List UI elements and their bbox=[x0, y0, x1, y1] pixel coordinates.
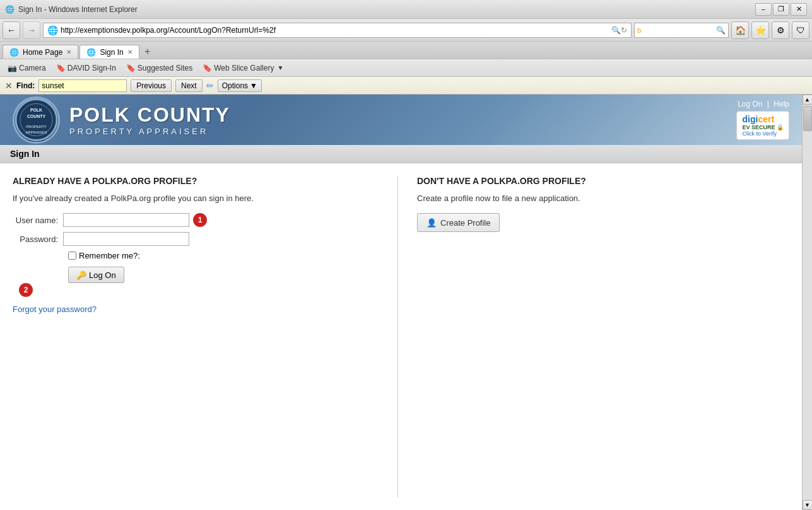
find-close-button[interactable]: ✕ bbox=[5, 81, 13, 91]
back-button[interactable]: ← bbox=[3, 21, 20, 39]
bookmark-david-label: DAVID Sign-In bbox=[68, 64, 116, 72]
username-input[interactable] bbox=[63, 213, 189, 227]
header-links: Log On | Help bbox=[738, 100, 789, 108]
bookmark-camera-label: Camera bbox=[19, 64, 46, 72]
tabs-bar: 🌐 Home Page ✕ 🌐 Sign In ✕ + bbox=[0, 42, 812, 59]
remember-checkbox[interactable] bbox=[68, 252, 76, 260]
create-profile-icon: 👤 bbox=[427, 218, 437, 228]
step-1-indicator: 1 bbox=[193, 213, 207, 227]
header-right: Log On | Help digicert EV SECURE 🔒 Click… bbox=[736, 100, 789, 140]
page-header: POLK COUNTY PROPERTY APPRAISER POLK COUN… bbox=[0, 95, 802, 145]
search-go-icon[interactable]: 🔍 bbox=[716, 26, 726, 35]
right-panel-desc: Create a profile now to file a new appli… bbox=[417, 194, 789, 203]
bookmark-david[interactable]: 🔖 DAVID Sign-In bbox=[54, 62, 119, 74]
svg-text:APPRAISER: APPRAISER bbox=[26, 130, 47, 134]
tab-signin-icon: 🌐 bbox=[86, 48, 96, 57]
minimize-button[interactable]: − bbox=[755, 3, 772, 16]
username-row: User name: 1 bbox=[13, 213, 385, 227]
remember-row: Remember me?: bbox=[68, 251, 385, 260]
tab-signin-label: Sign In bbox=[100, 48, 123, 57]
ie-icon: 🌐 bbox=[5, 5, 15, 14]
logon-row: 🔑 Log On 2 bbox=[13, 267, 385, 297]
digicert-text: digicert bbox=[742, 114, 774, 124]
tab-signin-close[interactable]: ✕ bbox=[127, 49, 132, 55]
nav-bar: ← → 🌐 http://exemptionsdev.polkpa.org/Ac… bbox=[0, 19, 812, 42]
digicert-logo: digicert EV SECURE 🔒 Click to Verify bbox=[742, 114, 784, 137]
right-panel: DON'T HAVE A POLKPA.ORG PROFILE? Create … bbox=[398, 176, 789, 497]
tab-homepage-icon: 🌐 bbox=[9, 48, 19, 57]
webslice-dropdown-icon[interactable]: ▼ bbox=[277, 64, 283, 71]
search-box[interactable]: b 🔍 bbox=[634, 23, 729, 38]
address-text: http://exemptionsdev.polkpa.org/Account/… bbox=[61, 26, 611, 35]
find-previous-button[interactable]: Previous bbox=[131, 79, 172, 92]
username-label: User name: bbox=[13, 216, 63, 225]
scroll-thumb[interactable] bbox=[803, 106, 812, 131]
create-profile-button[interactable]: 👤 Create Profile bbox=[417, 213, 500, 232]
header-title: POLK COUNTY PROPERTY APPRAISER bbox=[69, 103, 230, 136]
bookmark-webslice[interactable]: 🔖 Web Slice Gallery ▼ bbox=[200, 62, 286, 74]
search-icon: 🔍 bbox=[611, 26, 621, 35]
bookmarks-bar: 📷 Camera 🔖 DAVID Sign-In 🔖 Suggested Sit… bbox=[0, 59, 812, 77]
scroll-up-button[interactable]: ▲ bbox=[803, 95, 813, 105]
find-input[interactable] bbox=[38, 79, 127, 92]
suggested-icon: 🔖 bbox=[126, 64, 136, 72]
header-subtitle: PROPERTY APPRAISER bbox=[69, 127, 230, 136]
title-bar-left: 🌐 Sign In - Windows Internet Explorer bbox=[5, 5, 138, 14]
logon-button[interactable]: 🔑 Log On bbox=[68, 267, 124, 283]
svg-point-0 bbox=[16, 99, 57, 140]
camera-icon: 📷 bbox=[8, 64, 17, 72]
webslice-icon: 🔖 bbox=[203, 64, 212, 72]
logon-key-icon: 🔑 bbox=[76, 270, 86, 280]
bookmark-webslice-label: Web Slice Gallery bbox=[214, 64, 274, 72]
bookmark-camera[interactable]: 📷 Camera bbox=[5, 62, 49, 74]
ev-secure-text: EV SECURE 🔒 bbox=[742, 124, 784, 130]
new-tab-button[interactable]: + bbox=[141, 45, 155, 59]
find-bar: ✕ Find: Previous Next ✏ Options ▼ bbox=[0, 77, 812, 95]
tab-homepage-close[interactable]: ✕ bbox=[66, 49, 71, 55]
tab-homepage[interactable]: 🌐 Home Page ✕ bbox=[3, 45, 78, 59]
find-label: Find: bbox=[16, 81, 35, 90]
window-title: Sign In - Windows Internet Explorer bbox=[18, 5, 138, 14]
find-options-button[interactable]: Options ▼ bbox=[218, 79, 262, 92]
tab-homepage-label: Home Page bbox=[23, 48, 62, 57]
safety-button[interactable]: 🛡 bbox=[792, 21, 809, 39]
tab-signin[interactable]: 🌐 Sign In ✕ bbox=[79, 45, 139, 59]
scroll-down-button[interactable]: ▼ bbox=[803, 500, 813, 510]
close-button[interactable]: ✕ bbox=[791, 3, 807, 16]
title-bar-controls: − ❐ ✕ bbox=[755, 3, 807, 16]
refresh-icon[interactable]: ↻ bbox=[621, 26, 627, 35]
right-panel-title: DON'T HAVE A POLKPA.ORG PROFILE? bbox=[417, 176, 789, 186]
help-link[interactable]: Help bbox=[774, 100, 789, 108]
forgot-password-link[interactable]: Forgot your password? bbox=[13, 304, 97, 314]
create-profile-label: Create Profile bbox=[440, 218, 490, 228]
find-next-button[interactable]: Next bbox=[175, 79, 203, 92]
password-row: Password: bbox=[13, 232, 385, 246]
address-bar[interactable]: 🌐 http://exemptionsdev.polkpa.org/Accoun… bbox=[43, 23, 632, 38]
scrollbar[interactable]: ▲ ▼ bbox=[802, 95, 812, 510]
digicert-badge[interactable]: digicert EV SECURE 🔒 Click to Verify bbox=[736, 111, 789, 140]
main-content: POLK COUNTY PROPERTY APPRAISER POLK COUN… bbox=[0, 95, 802, 510]
logon-button-label: Log On bbox=[89, 270, 116, 280]
svg-text:PROPERTY: PROPERTY bbox=[26, 125, 46, 129]
signin-section-bar: Sign In bbox=[0, 145, 802, 163]
left-panel-desc: If you've already created a PolkPa.org p… bbox=[13, 194, 385, 203]
browser-container: POLK COUNTY PROPERTY APPRAISER POLK COUN… bbox=[0, 95, 812, 510]
title-bar: 🌐 Sign In - Windows Internet Explorer − … bbox=[0, 0, 812, 19]
signin-bar-label: Sign In bbox=[10, 149, 40, 159]
password-input[interactable] bbox=[63, 232, 189, 246]
logon-link[interactable]: Log On bbox=[738, 100, 762, 108]
home-button[interactable]: 🏠 bbox=[731, 21, 749, 39]
favorites-button[interactable]: ⭐ bbox=[751, 21, 769, 39]
bing-icon: b bbox=[637, 26, 641, 34]
step-2-indicator: 2 bbox=[19, 283, 33, 297]
bookmark-suggested-label: Suggested Sites bbox=[138, 64, 192, 72]
forward-button[interactable]: → bbox=[23, 21, 40, 39]
tools-button[interactable]: ⚙ bbox=[772, 21, 789, 39]
david-icon: 🔖 bbox=[56, 64, 66, 72]
header-logo: POLK COUNTY PROPERTY APPRAISER bbox=[13, 96, 60, 144]
password-label: Password: bbox=[13, 235, 63, 244]
page-body: ALREADY HAVE A POLKPA.ORG PROFILE? If yo… bbox=[0, 163, 802, 510]
bookmark-suggested[interactable]: 🔖 Suggested Sites bbox=[124, 62, 195, 74]
remember-label: Remember me?: bbox=[79, 251, 140, 260]
restore-button[interactable]: ❐ bbox=[773, 3, 789, 16]
